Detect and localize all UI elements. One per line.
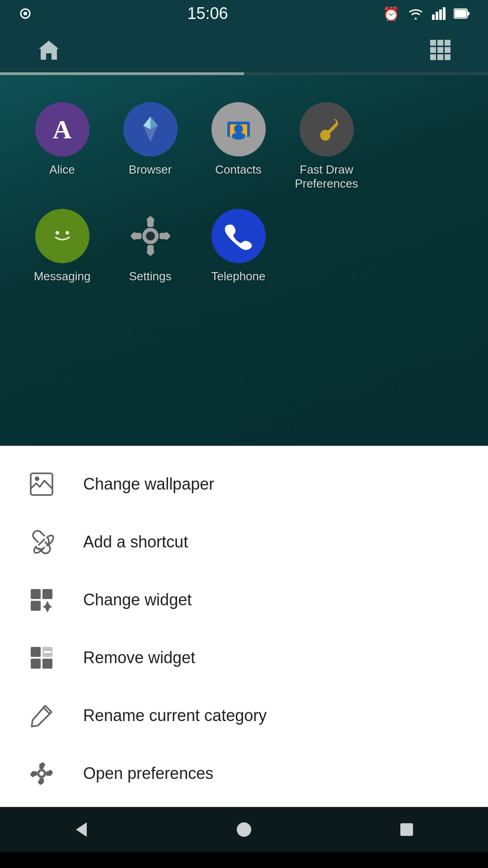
fastdraw-label: Fast Draw Preferences [295, 163, 358, 191]
settings-icon [123, 209, 178, 263]
svg-rect-45 [31, 647, 41, 657]
svg-marker-44 [42, 601, 52, 613]
widget-icon [27, 585, 56, 614]
launcher-area: A Alice Browser [0, 75, 488, 446]
svg-rect-8 [467, 12, 469, 15]
menu-item-rename-category[interactable]: Rename current category [0, 687, 488, 745]
app-grid-row-2: Messaging [18, 200, 470, 288]
remove-widget-icon [27, 643, 56, 672]
tab-active [0, 72, 244, 75]
svg-rect-7 [455, 10, 466, 17]
menu-item-change-widget[interactable]: Change widget [0, 571, 488, 629]
alarm-icon: ⏰ [383, 6, 399, 22]
gear-menu-icon [27, 759, 56, 788]
svg-rect-14 [445, 47, 450, 53]
messaging-label: Messaging [34, 269, 91, 283]
svg-rect-43 [31, 601, 41, 611]
contacts-icon [211, 102, 266, 156]
svg-point-52 [39, 771, 44, 776]
signal-icon [432, 7, 446, 20]
svg-rect-41 [31, 589, 41, 599]
change-widget-label: Change widget [83, 590, 192, 609]
fastdraw-icon [300, 102, 354, 156]
rename-category-label: Rename current category [83, 706, 267, 725]
pencil-icon [27, 701, 56, 730]
telephone-icon [211, 209, 266, 263]
home-nav-button[interactable] [226, 811, 262, 848]
svg-point-62 [237, 822, 251, 837]
remove-widget-label: Remove widget [83, 648, 195, 667]
svg-marker-61 [76, 822, 87, 837]
launcher-bar [0, 27, 488, 72]
wifi-icon [408, 7, 424, 20]
context-menu: Change wallpaper Add a shortcut [0, 446, 488, 807]
grid-button[interactable] [428, 38, 452, 61]
svg-rect-47 [42, 659, 52, 669]
telephone-label: Telephone [211, 269, 266, 283]
svg-rect-12 [430, 47, 436, 53]
svg-rect-11 [445, 40, 450, 46]
status-icons: ⏰ [383, 6, 470, 22]
status-time: 15:06 [187, 4, 228, 23]
svg-rect-5 [443, 7, 446, 20]
svg-rect-46 [31, 659, 41, 669]
browser-icon [123, 102, 178, 156]
alice-label: Alice [49, 163, 75, 177]
nav-bar [0, 807, 488, 852]
svg-rect-9 [430, 40, 436, 46]
svg-point-40 [35, 476, 39, 481]
settings-label: Settings [129, 269, 172, 283]
svg-rect-15 [430, 54, 436, 60]
change-wallpaper-label: Change wallpaper [83, 475, 214, 494]
app-alice[interactable]: A Alice [18, 93, 106, 181]
svg-rect-16 [437, 54, 443, 60]
contacts-label: Contacts [215, 163, 262, 177]
add-shortcut-label: Add a shortcut [83, 533, 188, 552]
svg-rect-17 [445, 54, 450, 60]
battery-icon [454, 8, 470, 19]
svg-point-24 [234, 124, 243, 133]
svg-point-1 [23, 12, 27, 15]
svg-rect-4 [439, 9, 442, 20]
open-preferences-label: Open preferences [83, 764, 213, 783]
svg-rect-2 [432, 14, 435, 20]
back-button[interactable] [63, 811, 99, 848]
svg-point-28 [66, 231, 69, 235]
svg-rect-3 [436, 12, 438, 20]
app-messaging[interactable]: Messaging [18, 200, 106, 288]
svg-rect-13 [437, 47, 443, 53]
link-icon [27, 528, 56, 557]
app-contacts[interactable]: Contacts [194, 93, 282, 181]
recents-button[interactable] [389, 811, 425, 848]
app-telephone[interactable]: Telephone [194, 200, 282, 288]
status-bar: 15:06 ⏰ [0, 0, 488, 27]
messaging-icon [35, 209, 89, 263]
svg-point-27 [56, 231, 59, 235]
wallpaper-icon [27, 470, 56, 499]
app-fastdraw[interactable]: Fast Draw Preferences [282, 93, 371, 195]
tab-inactive [244, 72, 488, 75]
svg-rect-42 [42, 589, 52, 599]
menu-item-open-preferences[interactable]: Open preferences [0, 745, 488, 802]
tab-indicator [0, 72, 488, 75]
svg-rect-10 [437, 40, 443, 46]
browser-label: Browser [129, 163, 172, 177]
svg-rect-63 [400, 823, 413, 836]
menu-item-change-wallpaper[interactable]: Change wallpaper [0, 455, 488, 513]
app-browser[interactable]: Browser [106, 93, 194, 181]
status-indicator [18, 6, 33, 21]
alice-icon: A [35, 102, 89, 156]
svg-point-30 [146, 231, 155, 241]
menu-item-remove-widget[interactable]: Remove widget [0, 629, 488, 687]
svg-point-26 [321, 134, 327, 140]
app-settings[interactable]: Settings [106, 200, 194, 288]
home-button[interactable] [36, 38, 61, 61]
svg-point-25 [232, 132, 245, 140]
menu-item-add-shortcut[interactable]: Add a shortcut [0, 513, 488, 571]
app-grid-row-1: A Alice Browser [18, 93, 470, 195]
